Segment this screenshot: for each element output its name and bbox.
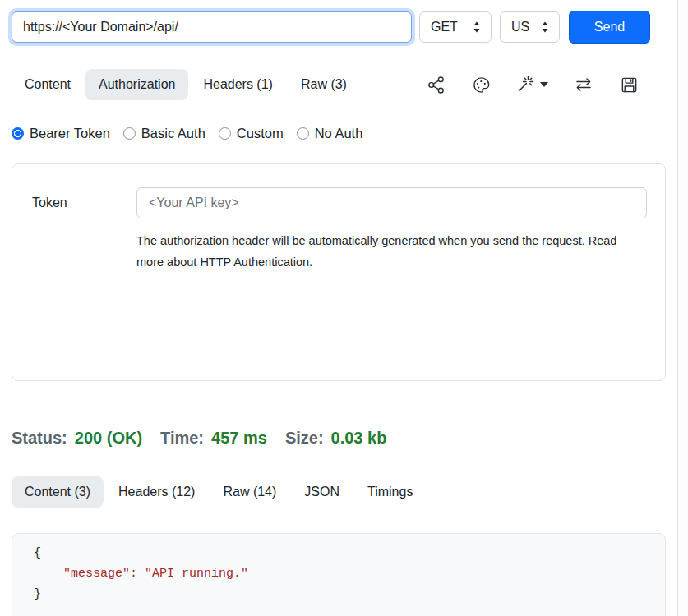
radio-no-auth[interactable]: No Auth bbox=[297, 126, 363, 141]
code-open-brace: { bbox=[34, 546, 41, 560]
toolbar-icons bbox=[426, 75, 666, 94]
status-pair: Status: 200 (OK) bbox=[12, 429, 142, 448]
request-tabs: Content Authorization Headers (1) Raw (3… bbox=[12, 69, 666, 100]
tab-headers[interactable]: Headers (1) bbox=[190, 69, 285, 100]
chevron-down-icon bbox=[540, 82, 548, 87]
updown-arrows-icon bbox=[539, 21, 551, 34]
time-pair: Time: 457 ms bbox=[160, 429, 267, 448]
tab-raw[interactable]: Raw (3) bbox=[288, 69, 360, 100]
tab-authorization[interactable]: Authorization bbox=[85, 69, 188, 100]
palette-icon[interactable] bbox=[471, 75, 491, 94]
radio-label: Basic Auth bbox=[141, 126, 205, 141]
magic-wand-icon bbox=[516, 75, 536, 94]
save-icon[interactable] bbox=[619, 75, 639, 94]
code-close-brace: } bbox=[34, 587, 41, 601]
status-label: Status: bbox=[12, 429, 67, 448]
time-value: 457 ms bbox=[211, 429, 267, 448]
radio-label: Bearer Token bbox=[30, 126, 110, 141]
token-label: Token bbox=[32, 187, 136, 380]
radio-basic-auth[interactable]: Basic Auth bbox=[123, 126, 205, 141]
status-value: 200 (OK) bbox=[75, 429, 142, 448]
response-tabs: Content (3) Headers (12) Raw (14) JSON T… bbox=[12, 476, 666, 508]
radio-unselected-icon bbox=[297, 127, 309, 140]
tab-content[interactable]: Content bbox=[12, 69, 84, 100]
radio-custom[interactable]: Custom bbox=[219, 126, 284, 141]
tab-response-timings[interactable]: Timings bbox=[354, 476, 426, 508]
radio-label: Custom bbox=[237, 126, 284, 141]
scrollbar-track[interactable] bbox=[677, 0, 688, 616]
request-bar: GET US Send bbox=[12, 11, 666, 44]
response-json-code: { "message": "API running." } bbox=[34, 543, 665, 605]
radio-label: No Auth bbox=[315, 126, 363, 141]
magic-wand-dropdown[interactable] bbox=[516, 75, 548, 94]
token-main: The authorization header will be automat… bbox=[136, 187, 647, 380]
swap-arrows-icon[interactable] bbox=[574, 75, 593, 94]
tab-response-raw[interactable]: Raw (14) bbox=[210, 476, 289, 508]
response-status-bar: Status: 200 (OK) Time: 457 ms Size: 0.03… bbox=[12, 429, 666, 448]
time-label: Time: bbox=[160, 429, 204, 448]
response-body-panel: { "message": "API running." } bbox=[12, 533, 666, 616]
send-button[interactable]: Send bbox=[569, 11, 650, 44]
size-label: Size: bbox=[285, 429, 324, 448]
updown-arrows-icon bbox=[471, 21, 483, 34]
token-input[interactable] bbox=[136, 187, 647, 218]
radio-unselected-icon bbox=[123, 127, 136, 140]
radio-bearer-token[interactable]: Bearer Token bbox=[12, 126, 110, 141]
size-pair: Size: 0.03 kb bbox=[285, 429, 387, 448]
share-icon[interactable] bbox=[426, 75, 446, 94]
radio-selected-icon bbox=[12, 127, 24, 140]
section-divider bbox=[12, 411, 649, 411]
auth-type-options: Bearer Token Basic Auth Custom No Auth bbox=[12, 126, 666, 141]
region-select[interactable]: US bbox=[500, 11, 560, 43]
tab-response-content[interactable]: Content (3) bbox=[12, 476, 104, 508]
auth-help-text: The authorization header will be automat… bbox=[136, 231, 623, 273]
url-input[interactable] bbox=[12, 11, 412, 43]
tab-response-headers[interactable]: Headers (12) bbox=[105, 476, 208, 508]
region-value: US bbox=[511, 20, 529, 34]
method-select[interactable]: GET bbox=[419, 11, 492, 43]
tab-response-json[interactable]: JSON bbox=[291, 476, 353, 508]
api-client-app: GET US Send Content Authorization Header… bbox=[0, 0, 677, 616]
code-message-line: "message": "API running." bbox=[34, 567, 248, 581]
bearer-token-panel: Token The authorization header will be a… bbox=[12, 163, 666, 381]
size-value: 0.03 kb bbox=[331, 429, 387, 448]
method-value: GET bbox=[431, 20, 458, 34]
radio-unselected-icon bbox=[219, 127, 231, 140]
